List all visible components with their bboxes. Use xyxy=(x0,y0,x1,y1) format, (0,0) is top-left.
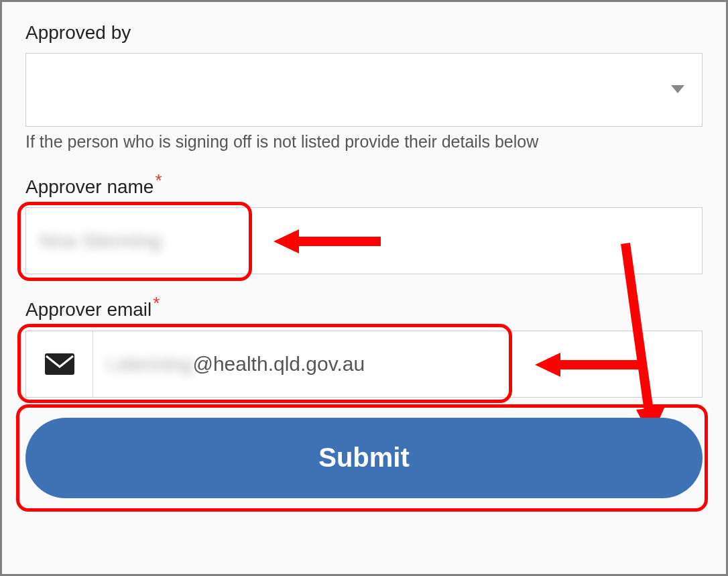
approver-email-input[interactable]: i.stenning@health.qld.gov.au xyxy=(25,331,703,398)
required-asterisk-icon: * xyxy=(155,170,162,190)
email-visible-suffix: @health.qld.gov.au xyxy=(192,353,365,376)
approver-email-wrap: i.stenning@health.qld.gov.au xyxy=(25,331,703,398)
submit-wrap: Submit xyxy=(25,418,703,498)
approver-name-wrap: Nna Stenning xyxy=(25,207,703,274)
approver-name-group: Approver name* Nna Stenning xyxy=(25,170,703,274)
chevron-down-icon xyxy=(671,84,684,96)
required-asterisk-icon: * xyxy=(153,293,160,313)
submit-button[interactable]: Submit xyxy=(25,418,703,498)
approver-email-value: i.stenning@health.qld.gov.au xyxy=(93,353,378,376)
email-blurred-prefix: i.stenning xyxy=(107,353,192,376)
approver-name-input[interactable]: Nna Stenning xyxy=(25,207,703,274)
approved-by-hint: If the person who is signing off is not … xyxy=(25,132,703,152)
submit-label: Submit xyxy=(318,443,410,473)
approver-email-label-text: Approver email xyxy=(25,300,151,321)
approver-name-value: Nna Stenning xyxy=(40,229,162,252)
approver-name-label-text: Approver name xyxy=(25,176,154,197)
approved-by-group: Approved by If the person who is signing… xyxy=(25,22,703,152)
svg-rect-3 xyxy=(45,353,74,375)
svg-marker-0 xyxy=(671,85,684,93)
approver-email-group: Approver email* i.stenning@health.qld.go… xyxy=(25,293,703,397)
approver-name-label: Approver name* xyxy=(25,170,703,198)
email-icon xyxy=(26,331,93,397)
approved-by-label: Approved by xyxy=(25,22,703,44)
approver-email-label: Approver email* xyxy=(25,293,703,321)
approved-by-select[interactable] xyxy=(25,53,703,127)
form-container: Approved by If the person who is signing… xyxy=(0,0,728,576)
